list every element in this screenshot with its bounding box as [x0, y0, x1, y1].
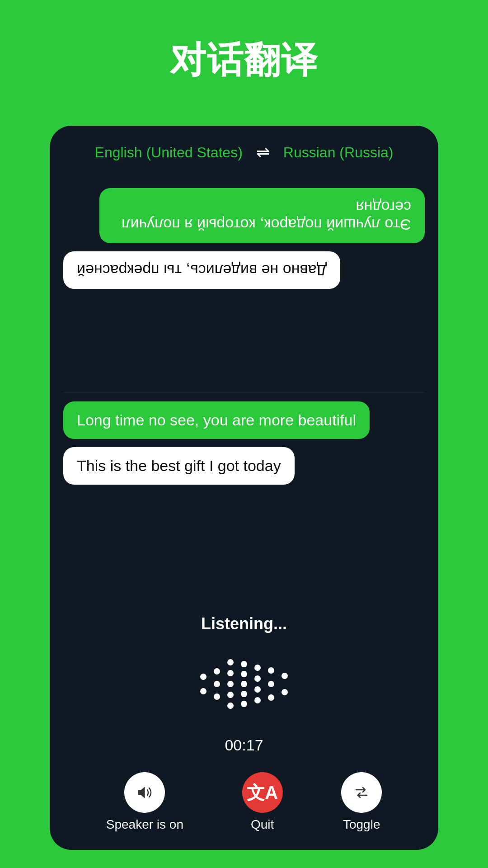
listening-area: Listening...: [50, 605, 438, 763]
toggle-icon: [352, 783, 371, 802]
target-language[interactable]: Russian (Russia): [283, 144, 394, 161]
dot: [241, 701, 247, 707]
dot: [214, 681, 220, 687]
dot: [282, 689, 288, 695]
dot: [227, 703, 234, 709]
dot: [227, 692, 234, 698]
conversation-top: Давно не виделись, ты прекрасней Это луч…: [50, 179, 438, 392]
speaker-control[interactable]: Speaker is on: [106, 772, 183, 832]
swap-languages-icon[interactable]: ⇌: [256, 143, 270, 162]
dot: [227, 681, 234, 687]
dot: [282, 673, 288, 679]
wave-col-6: [268, 667, 274, 701]
main-card: English (United States) ⇌ Russian (Russi…: [50, 126, 438, 850]
dot: [227, 670, 234, 676]
dot: [241, 671, 247, 677]
quit-control[interactable]: 文A Quit: [242, 772, 283, 832]
dot: [227, 659, 234, 665]
toggle-control[interactable]: Toggle: [341, 772, 382, 832]
dot: [254, 697, 261, 703]
waveform: [200, 639, 288, 729]
bottom-controls: Speaker is on 文A Quit Toggle: [50, 763, 438, 850]
translate-icon: 文A: [247, 780, 278, 805]
wave-col-5: [254, 665, 261, 703]
listening-label: Listening...: [201, 614, 287, 633]
toggle-button[interactable]: [341, 772, 382, 813]
dot: [268, 667, 274, 674]
speaker-icon: [135, 783, 155, 802]
bubble-english-1: Long time no see, you are more beautiful: [63, 401, 370, 439]
conversation-bottom: Long time no see, you are more beautiful…: [50, 392, 438, 605]
toggle-label: Toggle: [343, 817, 380, 832]
dot: [254, 665, 261, 671]
dot: [214, 668, 220, 675]
dot: [268, 694, 274, 701]
dot: [241, 691, 247, 697]
wave-col-7: [282, 673, 288, 695]
bubble-russian-2: Давно не виделись, ты прекрасней: [63, 251, 340, 289]
source-language[interactable]: English (United States): [95, 144, 243, 161]
language-selector-row: English (United States) ⇌ Russian (Russi…: [50, 126, 438, 179]
wave-col-1: [200, 674, 206, 694]
dot: [200, 688, 206, 694]
wave-col-3: [227, 659, 234, 709]
dot: [241, 681, 247, 687]
bubble-english-2: This is the best gift I got today: [63, 447, 295, 485]
recording-timer: 00:17: [225, 736, 263, 754]
quit-button[interactable]: 文A: [242, 772, 283, 813]
dot: [254, 675, 261, 682]
speaker-button[interactable]: [124, 772, 165, 813]
dot: [214, 693, 220, 700]
speaker-label: Speaker is on: [106, 817, 183, 832]
quit-label: Quit: [251, 817, 274, 832]
dot: [200, 674, 206, 680]
dot: [268, 681, 274, 687]
dot: [254, 686, 261, 693]
app-title: 对话翻译: [170, 36, 318, 85]
dot: [241, 661, 247, 667]
bubble-russian-1: Это лучший подарок, который я получил се…: [99, 188, 425, 243]
wave-col-4: [241, 661, 247, 707]
wave-col-2: [214, 668, 220, 700]
